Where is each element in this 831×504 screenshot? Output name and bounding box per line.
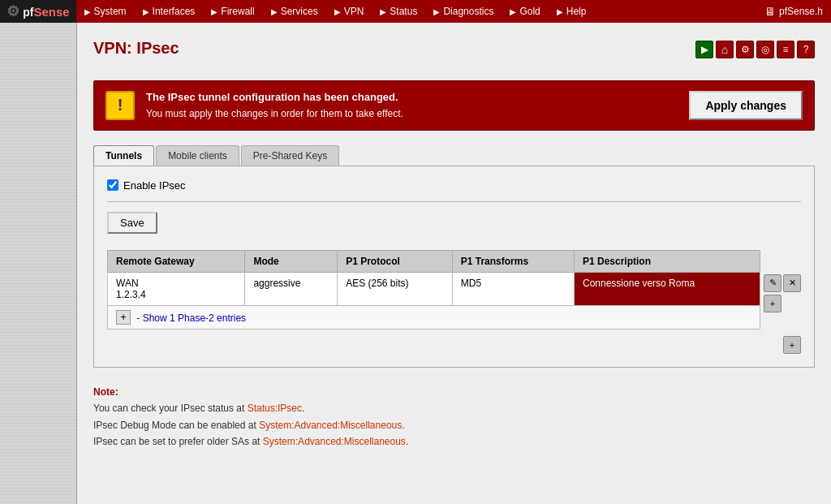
note-line2-prefix: IPsec Debug Mode can be enabled at [93, 420, 259, 431]
tab-tunnels[interactable]: Tunnels [93, 145, 154, 166]
cell-description: Connessione verso Roma [575, 272, 760, 305]
cell-gateway: WAN 1.2.3.4 [108, 272, 245, 305]
add-phase2-icon[interactable]: + [764, 295, 781, 312]
nav-interfaces[interactable]: ▶ Interfaces [135, 0, 204, 23]
arrow-icon: ▶ [510, 7, 516, 16]
alert-line1: The IPsec tunnel configuration has been … [146, 89, 678, 106]
phase2-cell: + - Show 1 Phase-2 entries [108, 305, 760, 329]
phase2-link[interactable]: - Show 1 Phase-2 entries [136, 312, 246, 323]
nav-gold[interactable]: ▶ Gold [502, 0, 548, 23]
nav-system[interactable]: ▶ System [76, 0, 135, 23]
apply-changes-button[interactable]: Apply changes [689, 91, 803, 120]
col-protocol: P1 Protocol [338, 250, 453, 272]
nav-items: ▶ System ▶ Interfaces ▶ Firewall ▶ Servi… [76, 0, 756, 23]
help-icon[interactable]: ? [797, 41, 815, 58]
arrow-icon: ▶ [433, 7, 440, 16]
nav-vpn[interactable]: ▶ VPN [326, 0, 372, 23]
col-description: P1 Description [575, 250, 760, 272]
delete-icon[interactable]: ✕ [783, 274, 801, 292]
note-line3-prefix: IPsec can be set to prefer older SAs at [93, 436, 263, 447]
alert-line2: You must apply the changes in order for … [146, 106, 678, 122]
enable-ipsec-label: Enable IPsec [123, 179, 186, 192]
note-title: Note: [93, 386, 118, 398]
arrow-icon: ▶ [557, 7, 563, 16]
nav-services[interactable]: ▶ Services [263, 0, 326, 23]
nav-diagnostics[interactable]: ▶ Diagnostics [425, 0, 502, 23]
note-line1-suffix: . [302, 403, 304, 414]
main-content: VPN: IPsec ▶ ⌂ ⚙ ◎ ≡ ? ! The IPsec tunne… [77, 23, 831, 504]
arrow-icon: ▶ [271, 7, 278, 16]
plus-button[interactable]: + [116, 310, 131, 325]
alert-banner: ! The IPsec tunnel configuration has bee… [93, 80, 815, 131]
alert-text: The IPsec tunnel configuration has been … [146, 89, 678, 122]
advanced-misc-link-2[interactable]: System:Advanced:Miscellaneous [263, 436, 406, 447]
cell-mode: aggressive [245, 272, 338, 305]
tabs-bar: Tunnels Mobile clients Pre-Shared Keys [93, 145, 815, 166]
note-line2-suffix: . [402, 420, 404, 431]
note-section: Note: You can check your IPsec status at… [93, 384, 815, 450]
action-icon-row-2: + [764, 295, 801, 312]
note-line3-suffix: . [406, 436, 408, 447]
sidebar [0, 23, 77, 504]
enable-ipsec-checkbox[interactable] [107, 179, 118, 191]
logo: ⚙ pfSense [0, 0, 76, 23]
enable-ipsec-row: Enable IPsec [107, 179, 801, 192]
nav-right: 🖥 pfSense.h [756, 5, 831, 18]
cell-transforms: MD5 [452, 272, 574, 305]
eye-icon[interactable]: ◎ [756, 41, 774, 58]
tunnels-panel: Enable IPsec Save Remote Gateway Mode [93, 166, 815, 368]
status-ipsec-link[interactable]: Status:IPsec [248, 403, 302, 414]
nav-status[interactable]: ▶ Status [372, 0, 425, 23]
table-body: WAN 1.2.3.4 aggressive AES (256 bits) MD… [108, 272, 760, 329]
row-action-icons: ✎ ✕ + [760, 250, 801, 312]
arrow-icon: ▶ [380, 7, 386, 16]
arrow-icon: ▶ [211, 7, 217, 16]
add-tunnel-icon[interactable]: + [783, 336, 801, 354]
col-mode: Mode [245, 250, 338, 272]
navbar: ⚙ pfSense ▶ System ▶ Interfaces ▶ Firewa… [0, 0, 831, 23]
page-title: VPN: IPsec [93, 39, 179, 58]
home-icon[interactable]: ⌂ [716, 41, 734, 58]
bottom-add-icon-wrapper: + [107, 336, 801, 354]
warning-icon: ! [105, 91, 135, 120]
table-header: Remote Gateway Mode P1 Protocol P1 Trans… [108, 250, 760, 272]
header-row: Remote Gateway Mode P1 Protocol P1 Trans… [108, 250, 760, 272]
note-line1-prefix: You can check your IPsec status at [93, 403, 248, 414]
edit-icon[interactable]: ✎ [764, 274, 781, 292]
arrow-icon: ▶ [143, 7, 149, 16]
logo-text: ⚙ pfSense [6, 2, 70, 20]
save-button[interactable]: Save [107, 212, 157, 234]
ipsec-table-container: Remote Gateway Mode P1 Protocol P1 Trans… [107, 250, 801, 330]
col-transforms: P1 Transforms [452, 250, 574, 272]
phase2-row: + - Show 1 Phase-2 entries [108, 305, 760, 329]
ipsec-table: Remote Gateway Mode P1 Protocol P1 Trans… [107, 250, 760, 330]
play-icon[interactable]: ▶ [695, 41, 713, 58]
col-gateway: Remote Gateway [108, 250, 245, 272]
advanced-misc-link-1[interactable]: System:Advanced:Miscellaneous [259, 420, 402, 431]
action-icon-row-1: ✎ ✕ [764, 274, 801, 292]
cell-protocol: AES (256 bits) [338, 272, 453, 305]
table-wrapper: Remote Gateway Mode P1 Protocol P1 Trans… [107, 250, 760, 330]
list-icon[interactable]: ≡ [777, 41, 794, 58]
tab-pre-shared-keys[interactable]: Pre-Shared Keys [241, 145, 339, 166]
gear-icon[interactable]: ⚙ [736, 41, 754, 58]
separator [107, 201, 801, 202]
nav-firewall[interactable]: ▶ Firewall [203, 0, 262, 23]
toolbar-icons: ▶ ⌂ ⚙ ◎ ≡ ? [695, 41, 815, 58]
tab-mobile-clients[interactable]: Mobile clients [156, 145, 239, 166]
arrow-icon: ▶ [334, 7, 341, 16]
nav-help[interactable]: ▶ Help [549, 0, 595, 23]
table-row: WAN 1.2.3.4 aggressive AES (256 bits) MD… [108, 272, 760, 305]
arrow-icon: ▶ [84, 7, 91, 16]
page-wrapper: VPN: IPsec ▶ ⌂ ⚙ ◎ ≡ ? ! The IPsec tunne… [0, 23, 831, 504]
